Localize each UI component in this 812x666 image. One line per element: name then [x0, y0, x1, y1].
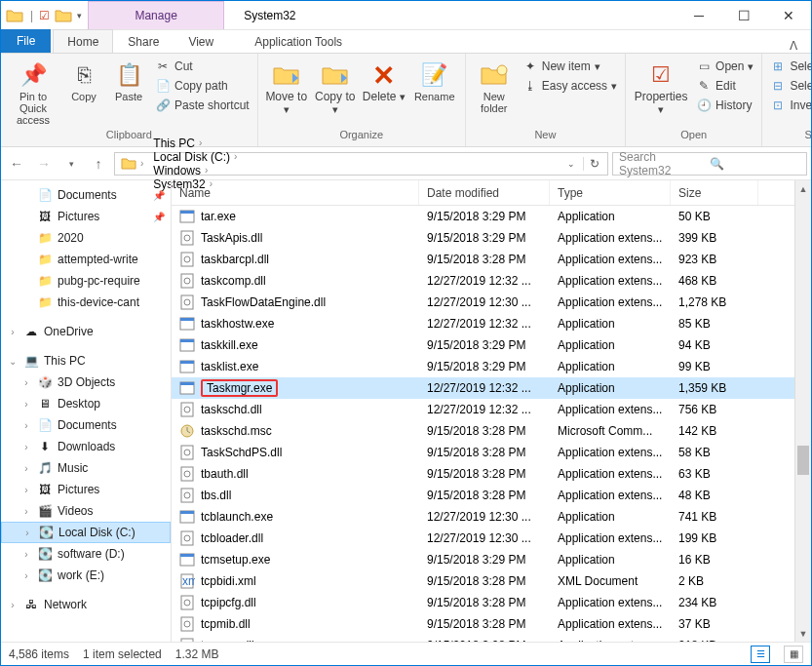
file-row[interactable]: tbauth.dll9/15/2018 3:28 PMApplication e…: [172, 463, 794, 485]
forward-button[interactable]: →: [32, 152, 56, 176]
tab-file[interactable]: File: [1, 29, 51, 53]
easy-access-button[interactable]: ⭳Easy access ▾: [521, 77, 619, 95]
rename-button[interactable]: 📝 Rename: [410, 56, 459, 102]
file-row[interactable]: tcpipcfg.dll9/15/2018 3:28 PMApplication…: [172, 592, 794, 613]
addr-dropdown-icon[interactable]: ⌄: [561, 159, 581, 169]
recent-locations-button[interactable]: ▾: [59, 152, 83, 176]
twisty-icon[interactable]: ›: [20, 442, 32, 452]
refresh-button[interactable]: ↻: [583, 157, 605, 171]
tree-item[interactable]: 📁pubg-pc-require: [1, 270, 171, 292]
file-row[interactable]: tcpmon.dll9/15/2018 3:28 PMApplication e…: [172, 635, 794, 642]
tab-application-tools[interactable]: Application Tools: [230, 29, 367, 53]
tree-item[interactable]: ⌄💻This PC: [1, 350, 171, 372]
file-row[interactable]: TaskApis.dll9/15/2018 3:29 PMApplication…: [172, 227, 794, 249]
tab-view[interactable]: View: [174, 29, 228, 53]
tree-item[interactable]: 📁this-device-cant: [1, 292, 171, 313]
col-size[interactable]: Size: [671, 180, 758, 205]
file-row[interactable]: xmltcpbidi.xml9/15/2018 3:28 PMXML Docum…: [172, 570, 794, 592]
tree-item[interactable]: ›🎲3D Objects: [1, 372, 171, 393]
tree-item[interactable]: 📁attempted-write: [1, 249, 171, 270]
copy-path-button[interactable]: 📄Copy path: [153, 77, 251, 95]
properties-button[interactable]: ☑ Properties ▾: [632, 56, 690, 115]
twisty-icon[interactable]: ›: [20, 463, 32, 474]
file-row[interactable]: taskschd.dll12/27/2019 12:32 ...Applicat…: [172, 399, 794, 420]
invert-selection-button[interactable]: ⊡Invert selection: [768, 97, 812, 114]
delete-button[interactable]: ✕ Delete ▾: [362, 56, 406, 103]
details-view-button[interactable]: ☰: [751, 646, 770, 663]
col-date[interactable]: Date modified: [419, 180, 550, 205]
move-to-button[interactable]: Move to ▾: [264, 56, 309, 115]
twisty-icon[interactable]: ›: [20, 377, 32, 388]
edit-button[interactable]: ✎Edit: [694, 77, 755, 95]
file-row[interactable]: tasklist.exe9/15/2018 3:29 PMApplication…: [172, 356, 794, 377]
tree-item[interactable]: ›🎬Videos: [1, 500, 171, 522]
tree-item[interactable]: ›💽work (E:): [1, 565, 171, 586]
paste-button[interactable]: 📋 Paste: [108, 56, 149, 102]
up-button[interactable]: ↑: [87, 152, 110, 176]
select-all-button[interactable]: ⊞Select all: [768, 58, 812, 75]
paste-shortcut-button[interactable]: 🔗Paste shortcut: [153, 97, 251, 114]
copy-button[interactable]: ⎘ Copy: [63, 56, 104, 102]
scroll-track[interactable]: [795, 197, 811, 625]
file-row[interactable]: taskhostw.exe12/27/2019 12:32 ...Applica…: [172, 313, 794, 334]
breadcrumb-item[interactable]: This PC›: [149, 137, 241, 150]
maximize-button[interactable]: ☐: [721, 1, 766, 29]
qat-properties-icon[interactable]: ☑: [39, 9, 50, 22]
tree-item[interactable]: 📁2020: [1, 227, 171, 249]
open-button[interactable]: ▭Open ▾: [694, 58, 755, 75]
twisty-icon[interactable]: ›: [21, 528, 33, 538]
tree-item[interactable]: 📄Documents📌: [1, 184, 171, 206]
twisty-icon[interactable]: ›: [20, 485, 32, 495]
breadcrumb-item[interactable]: Windows›: [149, 164, 241, 177]
qat-newfolder-icon[interactable]: [54, 6, 73, 25]
scroll-down-icon[interactable]: ▼: [795, 625, 811, 642]
breadcrumb-item[interactable]: Local Disk (C:)›: [149, 150, 241, 164]
file-row[interactable]: taskcomp.dll12/27/2019 12:32 ...Applicat…: [172, 270, 794, 292]
tree-item[interactable]: ›☁OneDrive: [1, 321, 171, 342]
new-folder-button[interactable]: New folder: [472, 56, 517, 114]
twisty-icon[interactable]: ⌄: [7, 356, 19, 367]
thumbnails-view-button[interactable]: ▦: [784, 646, 803, 663]
twisty-icon[interactable]: ›: [7, 327, 19, 337]
context-tab-manage[interactable]: Manage: [88, 1, 224, 29]
tab-share[interactable]: Share: [113, 29, 174, 53]
file-row[interactable]: Taskmgr.exe12/27/2019 12:32 ...Applicati…: [172, 377, 794, 399]
tree-item[interactable]: ›🖧Network: [1, 594, 171, 615]
twisty-icon[interactable]: ›: [20, 506, 32, 517]
cut-button[interactable]: ✂Cut: [153, 58, 251, 75]
close-button[interactable]: ✕: [766, 1, 811, 29]
navigation-tree[interactable]: 📄Documents📌🖼Pictures📌📁2020📁attempted-wri…: [1, 180, 172, 642]
tree-item[interactable]: ›💽software (D:): [1, 543, 171, 565]
tree-item[interactable]: ›📄Documents: [1, 414, 171, 436]
tree-item[interactable]: ›🖥Desktop: [1, 393, 171, 414]
twisty-icon[interactable]: ›: [20, 570, 32, 581]
copy-to-button[interactable]: Copy to ▾: [313, 56, 358, 115]
file-row[interactable]: taskschd.msc9/15/2018 3:28 PMMicrosoft C…: [172, 420, 794, 442]
tree-item[interactable]: ›⬇Downloads: [1, 436, 171, 457]
tree-item[interactable]: ›🖼Pictures: [1, 479, 171, 500]
twisty-icon[interactable]: ›: [7, 600, 19, 610]
tree-item[interactable]: 🖼Pictures📌: [1, 206, 171, 227]
tree-item[interactable]: ›💽Local Disk (C:): [1, 522, 171, 543]
pin-quick-access-button[interactable]: 📌 Pin to Quick access: [7, 56, 59, 126]
file-row[interactable]: taskbarcpl.dll9/15/2018 3:28 PMApplicati…: [172, 249, 794, 270]
file-row[interactable]: tbs.dll9/15/2018 3:28 PMApplication exte…: [172, 485, 794, 506]
back-button[interactable]: ←: [5, 152, 28, 176]
tree-item[interactable]: ›🎵Music: [1, 457, 171, 479]
twisty-icon[interactable]: ›: [20, 549, 32, 560]
file-row[interactable]: tcblaunch.exe12/27/2019 12:30 ...Applica…: [172, 506, 794, 528]
file-row[interactable]: tar.exe9/15/2018 3:29 PMApplication50 KB: [172, 206, 794, 227]
select-none-button[interactable]: ⊟Select none: [768, 77, 812, 95]
file-row[interactable]: TaskSchdPS.dll9/15/2018 3:28 PMApplicati…: [172, 442, 794, 463]
search-input[interactable]: Search System32 🔍: [612, 152, 807, 176]
file-rows[interactable]: tar.exe9/15/2018 3:29 PMApplication50 KB…: [172, 206, 794, 642]
minimize-button[interactable]: ─: [677, 1, 721, 29]
scrollbar[interactable]: ▲ ▼: [794, 180, 811, 642]
ribbon-collapse-icon[interactable]: ᐱ: [776, 39, 811, 53]
twisty-icon[interactable]: ›: [20, 420, 32, 431]
scroll-up-icon[interactable]: ▲: [795, 180, 811, 197]
twisty-icon[interactable]: ›: [20, 399, 32, 410]
address-bar[interactable]: › This PC›Local Disk (C:)›Windows›System…: [114, 152, 608, 176]
file-row[interactable]: TaskFlowDataEngine.dll12/27/2019 12:30 .…: [172, 292, 794, 313]
file-row[interactable]: tcpmib.dll9/15/2018 3:28 PMApplication e…: [172, 613, 794, 635]
